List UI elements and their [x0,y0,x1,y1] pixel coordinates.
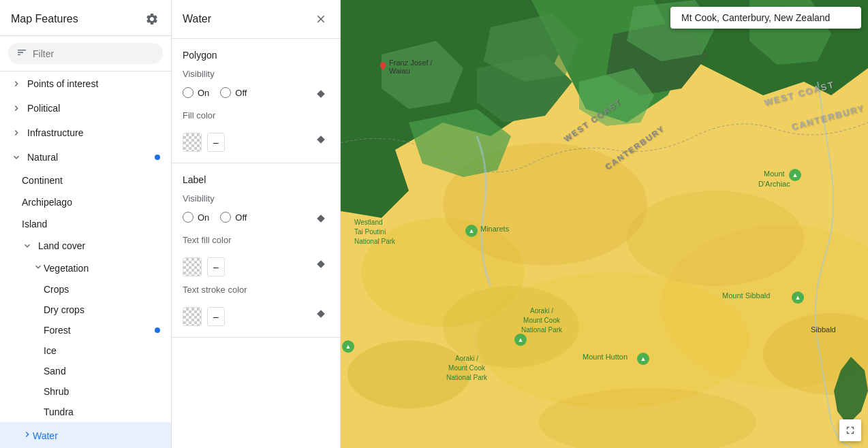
sidebar-item-land-cover[interactable]: Land cover [0,235,171,257]
sidebar-item-label: Infrastructure [27,127,160,138]
mount-sibbald-area: ▲ Mount Sibbald [722,291,770,300]
fill-color-row: – [183,127,329,152]
franz-josef-label: Franz Josef /Waiau [389,59,433,75]
aoraki-bottom-label: Aoraki /Mount CookNational Park [446,354,487,383]
sidebar-item-label: Tundra [44,406,160,417]
svg-point-5 [627,191,804,286]
polygon-on-radio[interactable] [183,87,193,98]
sidebar-item-label: Land cover [38,240,160,251]
sidebar-header: Map Features [0,0,171,36]
sidebar-item-continent[interactable]: Continent [0,170,171,191]
label-off-text: Off [235,212,247,223]
map-area: Mt Cook, Canterbury, New Zealand WEST CO… [341,0,868,448]
sidebar-item-label: Natural [27,152,160,163]
sidebar: Map Features Points of interest [0,0,172,448]
sidebar-item-tundra[interactable]: Tundra [0,402,171,422]
search-bar[interactable]: Mt Cook, Canterbury, New Zealand [670,7,861,29]
chevron-right-icon [22,429,33,442]
polygon-on-label[interactable]: On [183,87,209,98]
chevron-right-icon [11,78,22,89]
label-on-radio[interactable] [183,212,193,223]
text-fill-color-swatch[interactable] [183,257,202,276]
fullscreen-button[interactable] [839,419,861,441]
label-radio-group: On Off [183,212,247,223]
label-off-label[interactable]: Off [220,212,247,223]
text-fill-color-diamond[interactable] [313,256,329,272]
detail-panel: Water Polygon Visibility On Off [172,0,341,448]
label-off-radio[interactable] [220,212,231,223]
filter-bar [0,36,171,71]
sibbald-label: Sibbald [811,325,836,334]
sidebar-item-label: Points of interest [27,78,160,89]
chevron-down-icon [22,240,33,251]
sidebar-title: Map Features [11,13,78,25]
filter-input[interactable] [33,48,155,59]
svg-marker-24 [834,357,868,425]
sidebar-item-label: Archipelago [22,197,160,208]
fill-color-swatch-row: – [183,133,225,152]
sidebar-item-label: Sand [44,366,160,377]
sidebar-item-water[interactable]: Water [0,422,171,448]
panel-title: Water [183,13,211,25]
text-stroke-color-row: – [183,302,329,326]
mount-darchiac-area: ▲ MountD'Archiac [758,169,790,190]
island-svg [834,357,868,425]
text-stroke-color-swatch[interactable] [183,307,202,326]
polygon-visibility-diamond[interactable] [313,86,329,102]
modified-dot [155,155,160,160]
text-stroke-color-label: Text stroke color [183,285,329,295]
sidebar-item-sand[interactable]: Sand [0,361,171,381]
sidebar-item-island[interactable]: Island [0,213,171,235]
polygon-visibility-row: On Off [183,86,329,102]
sidebar-item-label: Forest [44,325,160,336]
sidebar-item-label: Vegetation [44,263,160,274]
fill-color-diamond[interactable] [313,131,329,148]
text-stroke-color-diamond[interactable] [313,306,329,322]
sidebar-item-points-interest[interactable]: Points of interest [0,71,171,96]
fill-color-value[interactable]: – [207,133,225,152]
polygon-off-label[interactable]: Off [220,87,247,98]
text-stroke-color-swatch-row: – [183,307,225,326]
location-marker-icon [378,61,388,71]
sidebar-item-natural[interactable]: Natural [0,145,171,170]
label-on-text: On [198,212,209,223]
sidebar-item-label: Island [22,219,160,229]
polygon-off-radio[interactable] [220,87,231,98]
sidebar-item-political[interactable]: Political [0,96,171,121]
modified-dot [155,327,160,333]
text-fill-color-label: Text fill color [183,235,329,245]
island-shape [834,357,868,428]
sidebar-item-label: Shrub [44,386,160,397]
sidebar-item-dry-crops[interactable]: Dry crops [0,300,171,320]
mount-hutton-area: ▲ Mount Hutton [583,353,627,361]
sidebar-item-vegetation[interactable]: Vegetation [0,257,171,279]
label-on-label[interactable]: On [183,212,209,223]
polygon-on-text: On [198,88,209,98]
label-visibility-label: Visibility [183,193,329,204]
sidebar-item-forest[interactable]: Forest [0,320,171,340]
filter-input-wrap [8,43,163,64]
minarets-icon: ▲ [465,225,478,237]
sidebar-item-infrastructure[interactable]: Infrastructure [0,121,171,145]
sidebar-item-shrub[interactable]: Shrub [0,381,171,402]
mount-sibbald-icon: ▲ [792,291,804,304]
minarets-label: Minarets [480,225,509,233]
text-stroke-color-value[interactable]: – [207,307,225,326]
text-fill-color-swatch-row: – [183,257,225,276]
polygon-title: Polygon [183,50,329,61]
sidebar-item-ice[interactable]: Ice [0,340,171,361]
mount-darchiac-label: MountD'Archiac [758,169,790,190]
aoraki-top-label: Aoraki /Mount CookNational Park [521,306,562,335]
filter-icon [16,47,27,60]
chevron-down-icon [33,261,44,274]
mount-hutton-label: Mount Hutton [583,353,627,361]
text-fill-color-value[interactable]: – [207,257,225,276]
fill-color-swatch[interactable] [183,133,202,152]
sidebar-item-archipelago[interactable]: Archipelago [0,191,171,213]
label-visibility-diamond[interactable] [313,210,329,227]
label-visibility-row: On Off [183,210,329,227]
sidebar-item-crops[interactable]: Crops [0,279,171,300]
sidebar-item-label: Dry crops [44,304,160,315]
close-icon[interactable] [313,11,329,27]
gear-icon[interactable] [144,11,160,27]
